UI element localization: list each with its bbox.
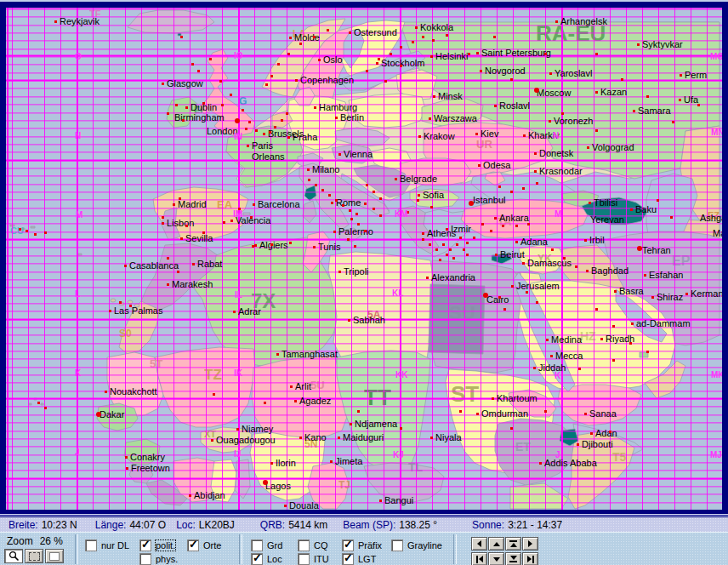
city-dot bbox=[478, 164, 481, 167]
station-dot bbox=[167, 257, 169, 260]
arrow-left-icon bbox=[477, 540, 481, 547]
station-dot bbox=[422, 36, 424, 38]
checkbox-box[interactable] bbox=[251, 539, 263, 551]
world-map[interactable]: TFLARA-EUGEIUREACUTAEPYKHZSU5A7XS05TTZXT… bbox=[6, 8, 722, 510]
city-label: Novgorod bbox=[485, 66, 526, 76]
checkbox-box[interactable] bbox=[139, 553, 151, 565]
city-label: Tunis bbox=[318, 242, 341, 252]
city-label: Stockholm bbox=[381, 58, 424, 68]
city-label: Roslavl bbox=[499, 100, 530, 111]
grid-square-label: IL bbox=[235, 291, 242, 300]
checkbox-grayline[interactable]: Grayline bbox=[391, 539, 442, 551]
checkbox-box[interactable] bbox=[139, 539, 151, 551]
checkbox-box[interactable] bbox=[85, 539, 97, 551]
city-label: Las Palmas bbox=[114, 305, 162, 316]
grid-square-label: MO bbox=[710, 53, 722, 61]
checkbox-loc[interactable]: Loc bbox=[251, 553, 282, 565]
city-dot bbox=[307, 168, 310, 171]
checkbox-polit[interactable]: polit. bbox=[139, 539, 175, 551]
station-dot bbox=[449, 248, 452, 251]
checkbox-nur-dl[interactable]: nur DL bbox=[85, 539, 129, 551]
city-label: Odesa bbox=[483, 160, 510, 170]
status-field-value: LK20BJ bbox=[199, 519, 235, 531]
zoom-value: 26 % bbox=[40, 535, 63, 547]
city-dot bbox=[125, 456, 128, 459]
city-label: Algiers bbox=[259, 240, 288, 250]
station-dot bbox=[456, 243, 458, 246]
city-dot bbox=[430, 437, 433, 439]
city-label: Ufa bbox=[684, 94, 698, 105]
arrow-to-top-icon bbox=[509, 540, 517, 547]
station-dot bbox=[670, 216, 673, 219]
checkbox-orte[interactable]: Orte bbox=[187, 539, 221, 551]
checkbox-itu[interactable]: ITU bbox=[298, 553, 329, 565]
city-dot bbox=[590, 432, 593, 435]
station-dot bbox=[202, 102, 205, 105]
pan-right-button[interactable] bbox=[522, 537, 538, 551]
city-label: Tripoli bbox=[344, 266, 369, 277]
city-dot bbox=[109, 310, 111, 312]
checkbox-box[interactable] bbox=[342, 553, 354, 565]
station-dot bbox=[422, 238, 424, 241]
city-dot bbox=[522, 262, 525, 265]
checkbox-box[interactable] bbox=[298, 539, 310, 551]
checkbox-box[interactable] bbox=[251, 553, 263, 565]
pan-bottom-button[interactable] bbox=[505, 552, 521, 565]
station-dot bbox=[255, 129, 258, 132]
city-label: Medina bbox=[551, 334, 582, 345]
city-dot bbox=[189, 494, 191, 497]
station-dot bbox=[202, 231, 205, 234]
station-dot bbox=[373, 208, 375, 210]
status-field: Loc:LK20BJ bbox=[176, 519, 235, 531]
grid-square-label: MK bbox=[711, 371, 722, 380]
city-dot bbox=[446, 228, 448, 231]
station-dot bbox=[468, 53, 470, 55]
pan-end-button[interactable] bbox=[522, 552, 538, 565]
station-dot bbox=[366, 70, 368, 72]
city-dot bbox=[263, 133, 265, 135]
checkbox-box[interactable] bbox=[342, 539, 354, 551]
major-city-dot bbox=[96, 412, 101, 417]
station-dot bbox=[527, 223, 530, 225]
zoom-mode-button[interactable] bbox=[4, 549, 23, 563]
station-dot bbox=[432, 39, 435, 42]
city-dot bbox=[418, 135, 421, 138]
checkbox-lgt[interactable]: LGT bbox=[342, 553, 376, 565]
select-area-button[interactable] bbox=[25, 549, 43, 563]
status-field: Beam (SP):138.25 ° bbox=[343, 519, 437, 531]
pan-home-button[interactable] bbox=[471, 552, 487, 565]
city-label: Irbil bbox=[589, 235, 605, 245]
station-dot bbox=[379, 197, 382, 200]
checkbox-phys[interactable]: phys. bbox=[139, 553, 178, 565]
city-dot bbox=[167, 283, 169, 286]
pan-left-button[interactable] bbox=[471, 537, 487, 551]
checkbox-box[interactable] bbox=[298, 553, 310, 565]
city-label: Sevilla bbox=[185, 233, 213, 243]
city-label: Omdurman bbox=[481, 408, 528, 419]
city-dot bbox=[185, 106, 188, 109]
city-dot bbox=[162, 222, 164, 225]
pan-up-button[interactable] bbox=[488, 537, 504, 551]
checkbox-praefix[interactable]: Präfix bbox=[342, 539, 382, 551]
station-dot bbox=[435, 248, 438, 251]
pan-top-button[interactable] bbox=[505, 537, 521, 551]
station-dot bbox=[400, 65, 402, 67]
city-label: Copenhagen bbox=[300, 75, 354, 85]
city-dot bbox=[333, 231, 336, 233]
checkbox-box[interactable] bbox=[391, 539, 403, 551]
station-dot bbox=[191, 63, 194, 66]
checkbox-label: Grd bbox=[267, 540, 282, 551]
arrow-to-right-icon bbox=[527, 556, 532, 562]
grid-square-label: KM bbox=[395, 210, 408, 219]
checkbox-grd[interactable]: Grd bbox=[251, 539, 282, 551]
pan-down-button[interactable] bbox=[488, 552, 504, 565]
city-label: Helsinki bbox=[435, 51, 469, 61]
toolbar-divider bbox=[453, 534, 457, 564]
checkbox-box[interactable] bbox=[187, 539, 199, 551]
checkbox-cq[interactable]: CQ bbox=[298, 539, 328, 551]
station-dot bbox=[277, 63, 280, 66]
full-view-button[interactable] bbox=[45, 549, 64, 563]
city-label: Ndjamena bbox=[355, 419, 397, 429]
station-dot bbox=[182, 119, 185, 122]
city-label: Adana bbox=[520, 237, 548, 247]
